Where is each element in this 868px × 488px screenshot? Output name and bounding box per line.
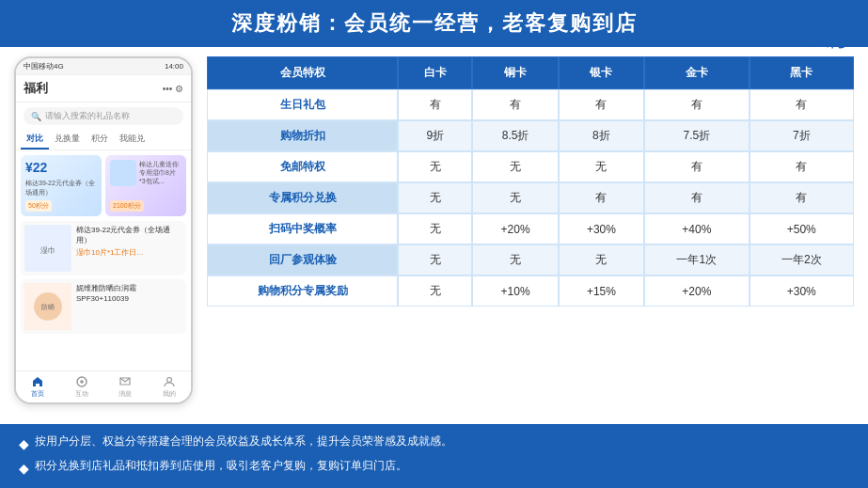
row-cell: 8.5折: [472, 120, 558, 151]
diamond-icon-1: ◆: [19, 433, 29, 456]
col-header-privilege: 会员特权: [207, 56, 398, 89]
coupon-points-1: 50积分: [25, 200, 52, 212]
footer-item-2: ◆ 积分兑换到店礼品和抵扣券到店使用，吸引老客户复购，复购订单归门店。: [19, 456, 849, 480]
diamond-icon-2: ◆: [19, 457, 29, 480]
row-label: 购物折扣: [207, 120, 398, 151]
svg-text:防晒: 防晒: [41, 304, 55, 310]
tab-compare[interactable]: 对比: [21, 130, 49, 150]
row-label: 回厂参观体验: [207, 244, 398, 275]
product-desc-1: 湿巾10片*1工作日...: [76, 247, 182, 258]
page-title: 深度粉销：会员统一经营，老客复购到店: [231, 11, 638, 35]
table-row: 回厂参观体验无无无一年1次一年2次: [207, 244, 854, 275]
product-name-1: 棉达39-22元代金券（全场通用）: [76, 225, 182, 245]
row-label: 生日礼包: [207, 89, 398, 120]
member-privileges-table: 会员特权 白卡 铜卡 银卡 金卡 黑卡 生日礼包有有有有有购物折扣9折8.5折8…: [207, 56, 854, 307]
row-cell: 无: [398, 244, 472, 275]
nav-home-label: 首页: [31, 389, 44, 399]
nav-interact[interactable]: 互动: [75, 375, 88, 399]
row-cell: +20%: [472, 213, 558, 244]
tab-points[interactable]: 积分: [86, 130, 114, 150]
logo-area: midoo米多: [793, 0, 849, 52]
row-cell: 无: [472, 244, 558, 275]
row-cell: 无: [398, 275, 472, 307]
row-label: 购物积分专属奖励: [207, 275, 398, 307]
table-row: 免邮特权无无无有有: [207, 151, 854, 182]
table-row: 专属积分兑换无无有有有: [207, 182, 854, 213]
coupon-points-2: 2100积分: [110, 200, 144, 212]
product-name-2: 妮维雅防晒白润霜 SPF30+110039: [76, 283, 182, 304]
row-cell: 有: [472, 89, 558, 120]
row-cell: 有: [559, 182, 644, 213]
nav-interact-label: 互动: [75, 389, 88, 399]
row-cell: 无: [398, 182, 472, 213]
product-info-2: 妮维雅防晒白润霜 SPF30+110039: [76, 283, 182, 304]
row-cell: +10%: [472, 275, 558, 307]
nav-home[interactable]: 首页: [31, 375, 44, 399]
row-cell: 有: [750, 182, 854, 213]
coupon-card-2[interactable]: 棉达儿童送你专用湿巾8片*3包试... 2100积分: [105, 155, 186, 216]
product-card-2[interactable]: 防晒 妮维雅防晒白润霜 SPF30+110039: [21, 279, 186, 334]
phone-section-title: 福利: [24, 80, 48, 97]
carrier: 中国移动4G: [24, 61, 64, 71]
row-cell: 有: [644, 151, 749, 182]
row-cell: 有: [644, 182, 749, 213]
nav-profile[interactable]: 我的: [163, 375, 176, 399]
svg-point-7: [166, 378, 171, 383]
col-header-gold: 金卡: [644, 56, 749, 89]
row-cell: 一年1次: [644, 244, 749, 275]
table-row: 生日礼包有有有有有: [207, 89, 854, 120]
search-icon: 🔍: [31, 112, 41, 121]
col-header-silver: 银卡: [559, 56, 644, 89]
row-cell: 无: [559, 244, 644, 275]
footer-text-2: 积分兑换到店礼品和抵扣券到店使用，吸引老客户复购，复购订单归门店。: [35, 456, 407, 477]
row-cell: +30%: [750, 275, 854, 307]
col-header-black: 黑卡: [750, 56, 854, 89]
tab-exchange-volume[interactable]: 兑换量: [49, 130, 86, 150]
footer-item-1: ◆ 按用户分层、权益分等搭建合理的会员权益及成长体系，提升会员荣誉感及成就感。: [19, 432, 849, 456]
page-footer: ◆ 按用户分层、权益分等搭建合理的会员权益及成长体系，提升会员荣誉感及成就感。 …: [0, 424, 868, 488]
phone-header-icons: ••• ⚙: [163, 84, 183, 94]
row-cell: +40%: [644, 213, 749, 244]
midoo-logo-icon: [802, 0, 840, 34]
main-content: 中国移动4G 14:00 福利 ••• ⚙ 🔍 请输入搜索的礼品名称 对比 兑换…: [0, 47, 868, 424]
row-cell: 无: [472, 151, 558, 182]
row-cell: 9折: [398, 120, 472, 151]
row-cell: 7.5折: [644, 120, 749, 151]
phone-app-header: 福利 ••• ⚙: [16, 75, 191, 102]
row-cell: 一年2次: [750, 244, 854, 275]
status-bar: 中国移动4G 14:00: [16, 58, 191, 75]
col-header-white: 白卡: [398, 56, 472, 89]
nav-message[interactable]: 消息: [118, 375, 132, 399]
search-placeholder-text: 请输入搜索的礼品名称: [45, 110, 130, 122]
row-cell: 有: [644, 89, 749, 120]
product-image-2: 防晒: [24, 283, 71, 330]
row-cell: 有: [398, 89, 472, 120]
coupon-grid: ¥22 棉达39-22元代金券（全场通用） 50积分 棉达儿童送你专用湿巾8片*…: [21, 155, 186, 216]
row-cell: +50%: [750, 213, 854, 244]
tab-redeemable[interactable]: 我能兑: [114, 130, 150, 150]
row-label: 扫码中奖概率: [207, 213, 398, 244]
nav-message-label: 消息: [118, 389, 132, 399]
table-row: 扫码中奖概率无+20%+30%+40%+50%: [207, 213, 854, 244]
row-cell: 有: [559, 89, 644, 120]
row-cell: +15%: [559, 275, 644, 307]
product-info-1: 棉达39-22元代金券（全场通用） 湿巾10片*1工作日...: [76, 225, 182, 258]
row-cell: 有: [750, 89, 854, 120]
phone-bottom-nav: 首页 互动 消息 我的: [16, 370, 191, 402]
footer-text-1: 按用户分层、权益分等搭建合理的会员权益及成长体系，提升会员荣誉感及成就感。: [35, 432, 452, 452]
phone-search-bar[interactable]: 🔍 请输入搜索的礼品名称: [24, 107, 183, 125]
nav-profile-label: 我的: [163, 389, 176, 399]
coupon-desc-2: 棉达儿童送你专用湿巾8片*3包试...: [139, 160, 181, 185]
row-cell: 无: [472, 182, 558, 213]
row-cell: 无: [398, 151, 472, 182]
row-label: 专属积分兑换: [207, 182, 398, 213]
coupon-card-1[interactable]: ¥22 棉达39-22元代金券（全场通用） 50积分: [21, 155, 102, 216]
svg-text:湿巾: 湿巾: [40, 246, 55, 255]
table-header-row: 会员特权 白卡 铜卡 银卡 金卡 黑卡: [207, 56, 854, 89]
svg-point-0: [823, 0, 830, 8]
phone-body: ¥22 棉达39-22元代金券（全场通用） 50积分 棉达儿童送你专用湿巾8片*…: [16, 150, 191, 342]
product-card-1[interactable]: 湿巾 棉达39-22元代金券（全场通用） 湿巾10片*1工作日...: [21, 221, 186, 275]
table-area: 会员特权 白卡 铜卡 银卡 金卡 黑卡 生日礼包有有有有有购物折扣9折8.5折8…: [207, 56, 854, 424]
col-header-bronze: 铜卡: [472, 56, 558, 89]
row-cell: 无: [398, 213, 472, 244]
